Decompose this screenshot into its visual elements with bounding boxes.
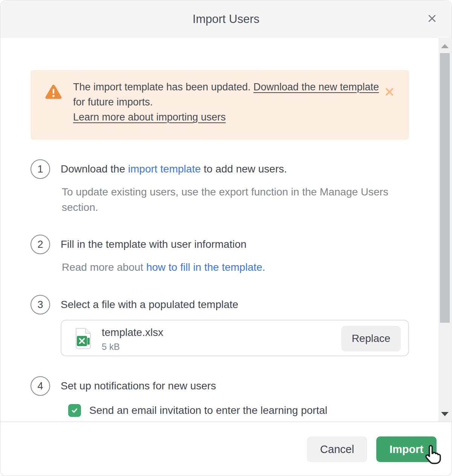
selected-file-card: template.xlsx 5 kB Replace bbox=[61, 320, 409, 356]
cancel-button[interactable]: Cancel bbox=[307, 436, 367, 462]
import-template-link[interactable]: import template bbox=[128, 163, 201, 175]
banner-message: The import template has been updated. Do… bbox=[73, 79, 379, 125]
email-invitation-row: Send an email invitation to enter the le… bbox=[68, 404, 327, 417]
dialog-title: Import Users bbox=[192, 12, 259, 26]
step-3-number: 3 bbox=[31, 295, 50, 314]
import-button[interactable]: Import bbox=[376, 436, 437, 462]
step-1-subtext: To update existing users, use the export… bbox=[62, 184, 401, 215]
dialog-header: Import Users bbox=[0, 0, 452, 38]
how-to-fill-template-link[interactable]: how to fill in the template. bbox=[146, 261, 265, 273]
learn-more-link[interactable]: Learn more about importing users bbox=[73, 110, 226, 125]
excel-file-icon bbox=[73, 327, 93, 351]
scrollbar-thumb[interactable] bbox=[440, 53, 450, 323]
banner-text-before: The import template has been updated. bbox=[73, 81, 253, 93]
step-2-subtext: Read more about how to fill in the templ… bbox=[62, 259, 401, 275]
email-invitation-checkbox[interactable] bbox=[68, 404, 81, 417]
file-size: 5 kB bbox=[102, 342, 120, 352]
dialog-close-button[interactable] bbox=[424, 10, 440, 27]
download-new-template-link[interactable]: Download the new template bbox=[253, 81, 379, 93]
email-invitation-label: Send an email invitation to enter the le… bbox=[89, 404, 327, 416]
banner-close-button[interactable] bbox=[382, 84, 397, 99]
checkmark-icon bbox=[71, 407, 78, 414]
scrollbar-up-arrow[interactable] bbox=[441, 44, 449, 48]
step-2-title: Fill in the template with user informati… bbox=[61, 238, 246, 250]
step-1-title: Download the import template to add new … bbox=[61, 163, 287, 175]
step-1-number: 1 bbox=[31, 159, 50, 179]
step-1-title-after: to add new users. bbox=[201, 163, 287, 175]
file-name: template.xlsx bbox=[102, 326, 163, 339]
replace-file-button[interactable]: Replace bbox=[341, 326, 401, 351]
banner-text-after: for future imports. bbox=[73, 96, 153, 108]
banner-close-icon bbox=[384, 87, 395, 97]
step-4-number: 4 bbox=[31, 376, 50, 396]
close-icon bbox=[426, 13, 438, 24]
step-1-title-before: Download the bbox=[61, 163, 128, 175]
template-updated-banner: The import template has been updated. Do… bbox=[31, 70, 409, 140]
step-4-title: Set up notifications for new users bbox=[61, 380, 216, 392]
vertical-scrollbar[interactable] bbox=[438, 38, 451, 422]
dialog-body: The import template has been updated. Do… bbox=[0, 38, 452, 422]
import-users-dialog: Import Users The import template has bee… bbox=[0, 0, 452, 476]
step-2-subtext-before: Read more about bbox=[62, 261, 146, 273]
scrollbar-down-arrow[interactable] bbox=[441, 412, 449, 416]
warning-icon bbox=[45, 84, 62, 101]
step-2-number: 2 bbox=[31, 235, 50, 254]
dialog-footer: Cancel Import bbox=[0, 421, 452, 476]
step-3-title: Select a file with a populated template bbox=[61, 299, 238, 311]
